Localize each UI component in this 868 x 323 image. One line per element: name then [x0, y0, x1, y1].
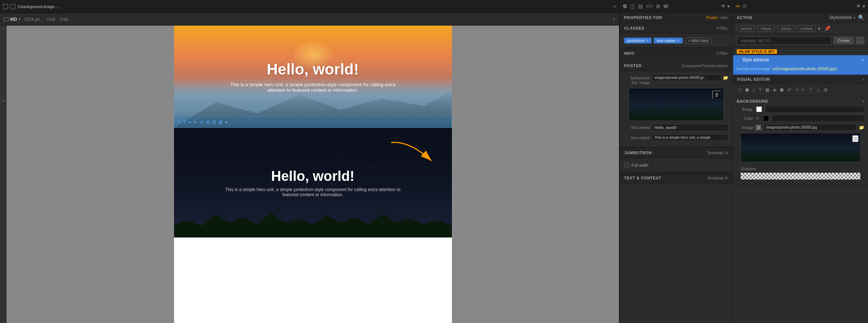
hero-top-section[interactable]: Hello, world! This is a simple hero unit… — [174, 26, 452, 128]
edit-toolbar-icon[interactable]: ✏ — [193, 119, 197, 125]
tool-text[interactable]: T — [758, 86, 762, 94]
settings-toolbar-icon[interactable]: ≡ — [188, 119, 191, 125]
background-section-header[interactable]: BACKGROUND ▾ — [737, 99, 864, 103]
tool-rotate[interactable]: ↺ — [786, 86, 792, 94]
styles-eye-icon[interactable]: 👁 — [856, 3, 861, 9]
visual-editor-toolbar: ⬡ ⬢ □ T ▦ ◈ ⬟ ↺ ⊣ ⊢ ⊤ ⊥ ⊞ — [733, 84, 868, 96]
left-arrow-icon: ◂ — [3, 99, 4, 103]
classes-chevron: ▾ — [727, 26, 728, 30]
color-swatch[interactable] — [763, 115, 769, 121]
style-attr-plus-icon[interactable]: + — [861, 57, 864, 63]
css-selector-input[interactable] — [737, 37, 831, 45]
pin-icon[interactable]: ▾ — [727, 3, 730, 9]
tool-crop[interactable]: ⬢ — [744, 86, 750, 94]
tool-pattern[interactable]: ▦ — [764, 86, 770, 94]
maximize-icon[interactable] — [10, 4, 15, 9]
state-visited-btn[interactable]: :visited — [797, 25, 816, 32]
hero-bottom-section[interactable]: Hello, world! This is a simple hero unit… — [174, 128, 452, 238]
minimize-icon[interactable] — [3, 4, 8, 9]
background-folder-icon[interactable]: 📁 — [723, 75, 728, 80]
tool-border[interactable]: ⊥ — [815, 86, 821, 94]
table-toolbar-icon[interactable]: ⊞ — [206, 119, 210, 125]
styles-paint-icon[interactable]: ✏ — [736, 3, 740, 9]
state-active-btn[interactable]: :active — [737, 25, 755, 32]
title-input[interactable] — [652, 124, 728, 131]
jumbotron-content: Full width — [620, 158, 733, 172]
bckgr-input[interactable] — [765, 106, 864, 113]
delete-toolbar-icon[interactable]: 🗑 — [218, 119, 223, 125]
styles-copy-icon[interactable]: ⎘ — [743, 3, 746, 9]
full-width-checkbox[interactable] — [624, 163, 629, 168]
visual-editor-header[interactable]: VISUAL EDITOR ▾ — [733, 75, 868, 84]
gradient-bar[interactable] — [740, 172, 861, 180]
delete-preview-btn[interactable]: 🗑 — [712, 91, 721, 99]
color-row: Color ↻ — [737, 115, 864, 122]
delete-thumb-btn[interactable]: 🗑 — [852, 135, 858, 142]
styles-search-icon[interactable]: 🔍 — [858, 15, 864, 20]
background-input[interactable] — [652, 74, 721, 81]
link-toolbar-icon[interactable]: ⊙ — [200, 119, 204, 125]
device-selector[interactable]: MD ▾ — [4, 17, 20, 22]
class-jumbotron-remove[interactable]: × — [646, 38, 649, 43]
stylesheets-selector[interactable]: Stylesheets ▾ — [829, 15, 855, 20]
text-context-header[interactable]: TEXT & CONTEXT Bootstrap 3 ▾ — [620, 173, 733, 183]
tool-mask[interactable]: ⬟ — [779, 86, 785, 94]
code-icon[interactable]: </> — [646, 3, 653, 9]
text-field-row: text content — [624, 134, 728, 141]
state-hover-btn[interactable]: :hover — [757, 25, 775, 32]
state-focus-btn[interactable]: :focus — [777, 25, 794, 32]
wordpress-icon[interactable]: W — [663, 3, 668, 9]
state-pin-icon[interactable]: 📌 — [824, 26, 830, 31]
tool-diamond[interactable]: ◈ — [772, 86, 777, 94]
classes-header[interactable]: CLASSES HTML ▾ — [620, 23, 733, 34]
add-class-button[interactable]: + Add class — [685, 37, 712, 44]
color-cycle-icon[interactable]: ↻ — [756, 116, 759, 121]
drag-handle[interactable]: ⠿ — [177, 120, 181, 124]
tool-resize[interactable]: ⬡ — [737, 86, 743, 94]
grid-toolbar-icon[interactable]: ⊟ — [212, 119, 216, 125]
chevron-down-icon[interactable]: ▾ — [19, 17, 20, 21]
text-toolbar-icon[interactable]: T — [184, 119, 186, 125]
eye-pin-group: 👁 ▾ — [721, 3, 730, 9]
grid-btn[interactable]: Grid — [47, 17, 55, 22]
window-close-btn[interactable]: × — [614, 4, 616, 9]
create-button[interactable]: Create — [834, 37, 854, 44]
hero-bottom-title: Hello, world! — [271, 168, 355, 184]
class-text-center-remove[interactable]: × — [677, 38, 679, 43]
canvas-close-btn[interactable]: × — [613, 17, 615, 22]
class-tag-text-center[interactable]: text-center × — [654, 38, 682, 43]
text-input-wrapper — [652, 134, 728, 141]
cols-btn[interactable]: Cols — [60, 17, 68, 22]
bckgr-color-swatch[interactable] — [756, 106, 762, 112]
visual-editor-chevron: ▾ — [863, 77, 864, 81]
image-input[interactable] — [763, 124, 857, 131]
settings-icon[interactable]: ⚙ — [623, 3, 627, 9]
more-toolbar-icon[interactable]: ▾ — [225, 119, 228, 125]
tool-rect[interactable]: □ — [751, 86, 756, 94]
class-text-center-label: text-center — [657, 38, 676, 43]
jumbotron-header[interactable]: JUMBOTRON Bootstrap 3 ▾ — [620, 148, 733, 158]
background-section: BACKGROUND ▾ Bckgr. Color ↻ — [733, 96, 868, 186]
styles-pin-icon[interactable]: ▾ — [863, 3, 865, 9]
info-header[interactable]: INFO HTML ▾ — [620, 48, 733, 59]
poster-content: backgroundBck. Image 📁 🗑 — [620, 71, 733, 147]
element-tag-label: <div> — [720, 16, 728, 20]
layout-icon[interactable]: ▤ — [638, 3, 643, 9]
color-input[interactable] — [772, 115, 864, 122]
grid-icon[interactable]: ⊞ — [656, 3, 660, 9]
tool-align-center[interactable]: ⊢ — [801, 86, 807, 94]
element-toolbar[interactable]: ⠿ T ≡ ✏ ⊙ ⊞ ⊟ 🗑 ▾ — [174, 116, 452, 128]
style-attribute-row[interactable]: ✓ Style attribute + — [733, 55, 868, 65]
eye-icon[interactable]: 👁 — [721, 3, 726, 9]
more-button[interactable]: ... — [856, 37, 864, 44]
background-field-label: backgroundBck. Image — [624, 74, 650, 85]
class-tag-jumbotron[interactable]: jumbotron × — [624, 38, 652, 43]
tool-align-left[interactable]: ⊣ — [793, 86, 799, 94]
text-input[interactable] — [652, 134, 728, 141]
image-folder-icon[interactable]: 📁 — [859, 125, 864, 130]
state-chevron-down[interactable]: ▾ — [818, 26, 820, 31]
tool-align-right[interactable]: ⊤ — [808, 86, 814, 94]
poster-header[interactable]: POSTER ComponentsTutorial-master ▾ — [620, 61, 733, 71]
tool-grid[interactable]: ⊞ — [823, 86, 829, 94]
component-icon[interactable]: ◫ — [630, 3, 635, 9]
